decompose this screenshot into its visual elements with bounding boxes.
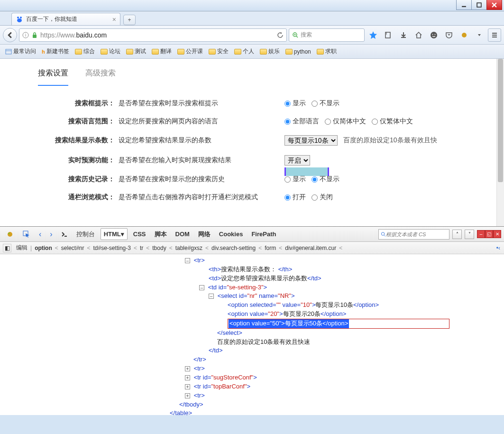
radio-history-show[interactable]: 显示 (284, 175, 306, 184)
new-tab-button[interactable]: + (123, 15, 136, 25)
tab-cookies[interactable]: Cookies (216, 229, 246, 240)
firebug-detach-button[interactable]: ◱ (485, 230, 493, 238)
bookmark-folder[interactable]: 测试 (124, 46, 148, 57)
bookmark-folder[interactable]: 娱乐 (257, 46, 282, 57)
nav-fwd-button[interactable]: › (47, 228, 55, 240)
downloads-button[interactable] (397, 28, 410, 42)
window-minimize-button[interactable] (456, 0, 472, 10)
bookmark-folder[interactable]: 安全 (206, 46, 231, 57)
nav-back-button[interactable]: ‹ (36, 228, 44, 240)
row-desc: 设定您所要搜索的网页内容的语言 (119, 117, 284, 126)
bookmark-star-button[interactable] (367, 28, 380, 42)
crumb-option[interactable]: option (32, 245, 55, 251)
recent-visits-button[interactable]: 最常访问 (3, 46, 38, 57)
select-result-count[interactable]: 每页显示10条 (284, 135, 338, 146)
radio-suggest-hide[interactable]: 不显示 (312, 99, 339, 108)
crumb-div-general[interactable]: div#general.item.cur (282, 245, 339, 251)
url-bar[interactable]: i https://www.baidu.com (19, 28, 287, 42)
browser-search-bar[interactable]: 搜索 (289, 28, 365, 42)
tab-search-settings[interactable]: 搜索设置 (38, 68, 68, 86)
row-label: 搜索结果显示条数： (38, 136, 119, 145)
search-up-button[interactable]: ˄ (452, 230, 462, 239)
pocket-button[interactable] (442, 28, 456, 42)
tab-firepath[interactable]: FirePath (248, 229, 279, 240)
radio-lang-traditional[interactable]: 仅繁体中文 (372, 117, 413, 126)
side-panel-toggle[interactable]: ◧ (3, 244, 11, 252)
svg-point-27 (9, 232, 10, 234)
row-desc: 是否希望在您输入时实时展现搜索结果 (119, 156, 284, 165)
reload-button[interactable] (277, 32, 284, 38)
crumb-td[interactable]: td#se-setting-3 (91, 245, 134, 251)
menu-button[interactable] (488, 28, 501, 42)
collapse-toggle[interactable]: – (199, 285, 204, 290)
home-button[interactable] (412, 28, 425, 42)
search-down-button[interactable]: ˅ (465, 230, 474, 239)
radio-topbar-close[interactable]: 关闭 (312, 193, 333, 202)
browser-tab[interactable]: 百度一下，你就知道 × (11, 13, 120, 25)
radio-history-hide[interactable]: 不显示 (312, 175, 339, 184)
svg-point-20 (463, 33, 464, 35)
edit-button[interactable]: 编辑 (13, 244, 30, 252)
row-suggest: 搜索框提示： 是否希望在搜索时显示搜索框提示 显示 不显示 (38, 99, 496, 108)
row-count: 搜索结果显示条数： 设定您希望搜索结果显示的条数 每页显示10条 百度的原始设定… (38, 135, 496, 146)
expand-toggle[interactable]: + (185, 384, 190, 389)
library-button[interactable] (382, 28, 395, 42)
firebug-close-button[interactable]: ✕ (493, 230, 501, 238)
radio-suggest-show[interactable]: 显示 (284, 99, 306, 108)
expand-toggle[interactable]: + (185, 393, 190, 398)
inspect-button[interactable] (20, 229, 33, 240)
new-bookmark-button[interactable]: h新建书签 (39, 46, 72, 57)
tab-advanced-search[interactable]: 高级搜索 (85, 68, 116, 86)
bookmark-folder[interactable]: 论坛 (98, 46, 123, 57)
info-icon[interactable]: i (22, 32, 29, 38)
collapse-toggle[interactable]: – (185, 258, 190, 263)
row-history: 搜索历史记录： 是否希望在搜索时显示您的搜索历史 显示 不显示 (38, 175, 496, 184)
firebug-button[interactable] (458, 28, 471, 42)
account-button[interactable] (427, 28, 440, 42)
dropdown-button[interactable] (473, 28, 486, 42)
firebug-icon[interactable] (3, 228, 17, 240)
search-icon (381, 231, 386, 237)
collapse-toggle[interactable]: – (209, 294, 214, 299)
tab-net[interactable]: 网络 (195, 228, 213, 240)
back-button[interactable] (3, 28, 17, 42)
page-scrollbar[interactable] (496, 59, 504, 226)
breadcrumb-scroll-right[interactable]: •‹ (495, 245, 501, 251)
firebug-source[interactable]: – <tr> <th>搜索结果显示条数： </th> <td>设定您希望搜索结果… (0, 254, 504, 415)
tab-css[interactable]: CSS (130, 229, 149, 240)
bookmark-folder[interactable]: 个人 (232, 46, 257, 57)
bookmark-folder[interactable]: 求职 (314, 46, 339, 57)
firebug-minimize-button[interactable]: – (477, 230, 485, 238)
firebug-search-input[interactable] (386, 231, 447, 237)
radio-lang-all[interactable]: 全部语言 (284, 117, 319, 126)
crumb-div-search[interactable]: div.search-setting (209, 245, 258, 251)
firebug-search[interactable] (378, 229, 449, 240)
crumb-form[interactable]: form (262, 245, 279, 251)
bookmark-folder[interactable]: python (283, 47, 313, 56)
crumb-tr[interactable]: tr (137, 245, 146, 251)
tab-console[interactable]: 控制台 (73, 228, 98, 240)
selected-source-line[interactable]: <option value="50">每页显示50条</option> (229, 319, 349, 328)
bookmark-folder[interactable]: 翻译 (149, 46, 174, 57)
expand-toggle[interactable]: + (185, 366, 190, 371)
folder-icon (209, 49, 216, 55)
tab-html[interactable]: HTML ▾ (101, 228, 128, 240)
window-maximize-button[interactable] (471, 0, 487, 10)
console-toggle-button[interactable] (58, 229, 71, 240)
crumb-tbody[interactable]: tbody (149, 245, 169, 251)
select-realtime[interactable]: 开启 (284, 155, 310, 166)
tab-dom[interactable]: DOM (173, 229, 192, 240)
window-close-button[interactable] (486, 0, 502, 10)
crumb-table[interactable]: table#gxsz (173, 245, 205, 251)
row-desc: 是否希望在搜索时显示您的搜索历史 (119, 175, 284, 184)
bookmark-folder[interactable]: 综合 (73, 46, 97, 57)
scrollbar-thumb[interactable] (498, 59, 503, 182)
expand-toggle[interactable]: + (185, 375, 190, 380)
bookmark-folder[interactable]: 公开课 (175, 46, 205, 57)
tab-close-button[interactable]: × (112, 16, 116, 23)
svg-point-17 (432, 34, 433, 35)
radio-topbar-open[interactable]: 打开 (284, 193, 306, 202)
tab-script[interactable]: 脚本 (152, 228, 170, 240)
radio-lang-simplified[interactable]: 仅简体中文 (325, 117, 366, 126)
crumb-select[interactable]: select#nr (58, 245, 87, 251)
